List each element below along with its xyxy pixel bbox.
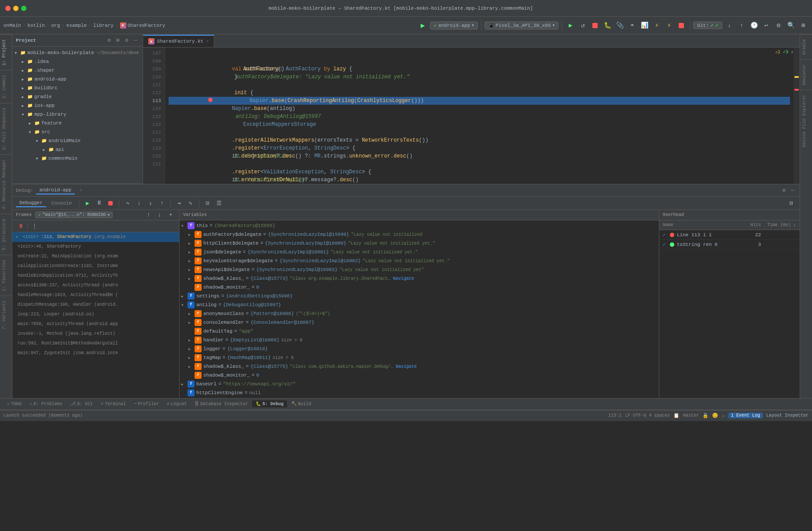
force-step-into-button[interactable]: ⇓ (146, 198, 155, 208)
var-authfactory-delegate[interactable]: ▶ f authFactory$delegate = {Synchronized… (180, 230, 659, 239)
apply-code-changes-button[interactable]: ⚡ (664, 20, 674, 31)
code-editor[interactable]: 187 188 189 110 111 112 113 114 115 116 (143, 48, 800, 184)
settings-button[interactable]: ⚙ (773, 20, 784, 31)
var-default-tag[interactable]: — f defaultTag = "app" (180, 327, 659, 336)
frames-up-btn[interactable]: ↑ (144, 210, 154, 220)
tree-item-shaper[interactable]: ▶ 📁 .shaper (12, 66, 143, 75)
stop-button[interactable] (590, 20, 600, 31)
tree-item-gradle[interactable]: ▶ 📁 gradle (12, 92, 143, 101)
warnings-arrow[interactable]: ∧ (791, 49, 794, 55)
frames-add-btn[interactable]: + (166, 210, 176, 220)
update-button[interactable]: ↓ (724, 20, 735, 31)
var-keyvaluestorage-delegate[interactable]: ▶ f keyValueStorage$delegate = {Synchron… (180, 256, 659, 265)
tab-profiler[interactable]: ~ Profiler (130, 401, 162, 407)
tree-item-androidmain[interactable]: ▼ 📁 androidMain (12, 136, 143, 145)
sidebar-tab-pull-requests[interactable]: 3: Pull Requests (0, 103, 12, 154)
frames-down-btn[interactable]: ↓ (155, 210, 165, 220)
breakpoint-113[interactable] (208, 98, 213, 102)
thread-selector-inner[interactable]: ✓ "main"@15,...n": RUNNING ▼ (35, 212, 113, 218)
close-button[interactable] (5, 6, 11, 11)
reload-button[interactable]: ↺ (577, 20, 588, 31)
var-tagmap[interactable]: ▶ f tagMap = {HashMap@16011} size = 6 (180, 353, 659, 362)
minimize-button[interactable] (13, 6, 18, 11)
tree-root[interactable]: ▼ 📁 mobile-moko-boilerplate ~/Documents/… (12, 48, 143, 57)
variables-list[interactable]: ▼ f this = {SharedFactory@15995} ▶ f aut… (180, 220, 659, 398)
breadcrumb-kotlin[interactable]: kotlin (27, 23, 45, 28)
run-config-dropdown[interactable]: ✓ android-app ▼ (430, 22, 478, 29)
attach-button[interactable]: 📎 (614, 20, 625, 31)
project-gear-icon[interactable]: ⚙ (123, 37, 130, 44)
var-settings[interactable]: ▶ f settings = {AndroidSettings@15996} (180, 292, 659, 300)
frames-list[interactable]: ✓ <init> :113, SharedFactory (org.exampl… (12, 232, 179, 398)
event-log-button[interactable]: 1 Event Log (728, 413, 763, 418)
step-into-button[interactable]: ↓ (134, 198, 144, 208)
run-button[interactable]: ▶ (418, 20, 428, 31)
var-newsapi-delegate[interactable]: ▶ f newsApi$delegate = {SynchronizedLazy… (180, 265, 659, 274)
tree-item-src[interactable]: ▼ 📁 src (12, 128, 143, 136)
tab-debug[interactable]: 🐛 5: Debug (252, 400, 287, 407)
var-handler[interactable]: ▶ f handler = {EmptyList@16009} size = 0 (180, 336, 659, 344)
tab-close-icon[interactable]: × (206, 39, 209, 44)
var-antilog[interactable]: ▼ f antilog = {DebugAntilog@15997} (180, 300, 659, 309)
rollback-button[interactable]: ↩ (761, 20, 772, 31)
sidebar-tab-project[interactable]: 1: Project (0, 34, 12, 70)
device-dropdown[interactable]: 📱 Pixel_3a_API_30_x86 ▼ (485, 22, 558, 29)
var-base-url[interactable]: ▶ f baseUrl = "https://newsapi.org/v2/" (180, 380, 659, 388)
tree-item-commonmain[interactable]: ▼ 📁 commonMain (12, 154, 143, 163)
sidebar-tab-emulator[interactable]: Emulator (800, 59, 812, 90)
var-logger[interactable]: ▶ f logger = {Logger@16010} (180, 344, 659, 353)
sidebar-tab-commit[interactable]: 2: Commit (0, 70, 12, 103)
tree-item-idea[interactable]: ▶ 📁 .idea (12, 57, 143, 66)
overhead-row-1[interactable]: ✓ toString ren 6 3 (659, 240, 800, 249)
run-action-button[interactable]: ▶ (565, 20, 576, 31)
editor-tab-sharedfactory[interactable]: K SharedFactory.kt × (143, 35, 215, 47)
frame-item-6[interactable]: handleMessage:1913, ActivityThread$H ( (12, 290, 179, 300)
tab-logcat[interactable]: ≡ Logcat (163, 401, 190, 407)
var-this[interactable]: ▼ f this = {SharedFactory@15995} (180, 221, 659, 230)
var-shadow-klass-2[interactable]: ▶ f shadow$_klass_ = {Class@15775} "clas… (180, 362, 659, 371)
branch-name[interactable]: master (683, 413, 699, 418)
frame-item-0[interactable]: ✓ <init> :113, SharedFactory (org.exampl… (12, 232, 179, 242)
frame-item-8[interactable]: loop:223, Looper (android.os) (12, 310, 179, 319)
close-layout-button[interactable]: ⊟ (786, 198, 796, 208)
step-out-button[interactable]: ↑ (157, 198, 167, 208)
tree-item-api[interactable]: ▶ 📁 api (12, 145, 143, 154)
breadcrumb-sharedfactory[interactable]: K SharedFactory (120, 22, 165, 29)
run-to-cursor-button[interactable]: ⇥ (174, 198, 184, 208)
frame-item-11[interactable]: run:592, RuntimeInit$MethodAndArgsCall (12, 339, 179, 348)
frame-item-1[interactable]: <init>:46, SharedFactory (12, 242, 179, 252)
overhead-row-0[interactable]: ✓ Line 113 i 1 22 (659, 230, 800, 240)
coverage-button[interactable]: ☂ (627, 20, 637, 31)
step-over-button[interactable]: ↷ (123, 198, 132, 208)
sidebar-tab-variants[interactable]: 7: Variants (0, 296, 12, 334)
project-hide-icon[interactable]: — (132, 37, 139, 44)
tree-item-android-app[interactable]: ▶ 📁 android-app (12, 75, 143, 84)
resume-button[interactable]: ▶ (83, 198, 92, 208)
sidebar-tab-favorites[interactable]: 2: Favorites (0, 255, 12, 296)
breadcrumb-onmain[interactable]: onMain (4, 23, 21, 28)
commit-button[interactable]: ↑ (736, 20, 747, 31)
debug-app-tab[interactable]: android-app (36, 187, 75, 194)
debugger-tab[interactable]: Debugger (16, 199, 46, 207)
frame-item-3[interactable]: callApplicationOnCreate:1192, Instrume (12, 261, 179, 271)
var-anonymous-class[interactable]: ▶ f anonymousClass = {Pattern@16006} ("\… (180, 309, 659, 318)
evaluate-button[interactable]: ✎ (186, 198, 195, 208)
more-options-btn[interactable]: ⋮ (29, 221, 39, 231)
tree-item-mpp-library[interactable]: ▼ 📁 mpp-library (12, 110, 143, 119)
profile-button[interactable]: 📊 (639, 20, 650, 31)
settings-debug-button[interactable]: ☰ (214, 198, 224, 208)
frame-item-2[interactable]: onCreate:22, MainApplication (org.exam (12, 252, 179, 261)
frame-item-10[interactable]: invoke:-1, Method (java.lang.reflect) (12, 329, 179, 339)
frame-item-5[interactable]: access$1300:237, ActivityThread (andro (12, 281, 179, 290)
project-settings-icon[interactable]: ⚙ (106, 37, 113, 44)
console-tab[interactable]: Console (48, 200, 75, 207)
layout-button[interactable]: ⊞ (798, 20, 808, 31)
debug-action-button[interactable]: 🐛 (602, 20, 613, 31)
frame-item-12[interactable]: main:947, ZygoteInit (com.android.inte (12, 348, 179, 358)
layout-inspector-button[interactable]: Layout Inspector (766, 413, 808, 418)
apply-changes-button[interactable]: ⚡ (651, 20, 662, 31)
var-shadow-monitor-1[interactable]: — f shadow$_monitor_ = 0 (180, 283, 659, 292)
breadcrumb-example[interactable]: example (66, 23, 87, 28)
restore-layout-button[interactable]: ⊡ (203, 198, 213, 208)
encoding-info[interactable]: LF UTF-8 4 spaces (625, 413, 670, 418)
